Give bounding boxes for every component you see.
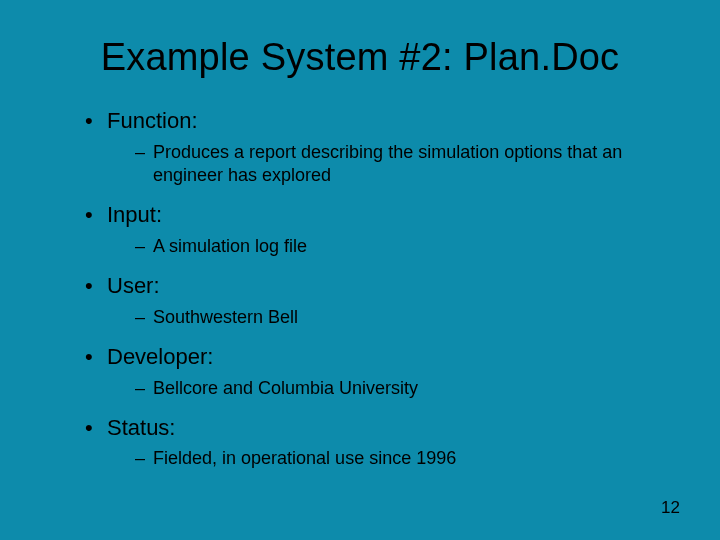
bullet-label: Input: [107,202,162,227]
sub-bullet-item: Fielded, in operational use since 1996 [135,447,665,470]
sub-bullet-list: Bellcore and Columbia University [107,377,665,400]
bullet-item: Status: Fielded, in operational use sinc… [85,414,665,471]
bullet-item: User: Southwestern Bell [85,272,665,329]
slide-title: Example System #2: Plan.Doc [55,36,665,79]
slide: Example System #2: Plan.Doc Function: Pr… [0,0,720,540]
bullet-label: Status: [107,415,175,440]
sub-bullet-list: Produces a report describing the simulat… [107,141,665,188]
page-number: 12 [661,498,680,518]
bullet-label: Function: [107,108,198,133]
sub-bullet-list: Fielded, in operational use since 1996 [107,447,665,470]
sub-bullet-item: A simulation log file [135,235,665,258]
bullet-label: User: [107,273,160,298]
bullet-item: Function: Produces a report describing t… [85,107,665,187]
bullet-item: Developer: Bellcore and Columbia Univers… [85,343,665,400]
bullet-label: Developer: [107,344,213,369]
bullet-item: Input: A simulation log file [85,201,665,258]
sub-bullet-item: Southwestern Bell [135,306,665,329]
sub-bullet-list: A simulation log file [107,235,665,258]
sub-bullet-item: Bellcore and Columbia University [135,377,665,400]
sub-bullet-item: Produces a report describing the simulat… [135,141,665,188]
bullet-list: Function: Produces a report describing t… [55,107,665,471]
sub-bullet-list: Southwestern Bell [107,306,665,329]
